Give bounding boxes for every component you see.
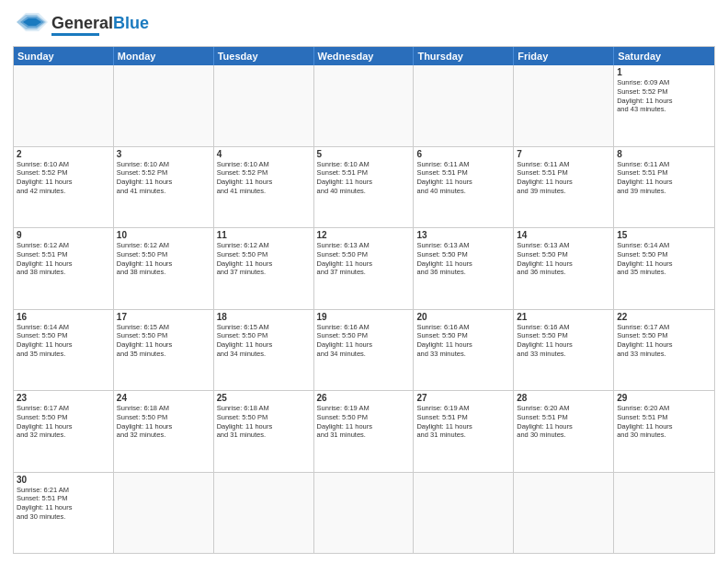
day-info: Sunrise: 6:17 AM Sunset: 5:50 PM Dayligh… (17, 404, 110, 440)
day-info: Sunrise: 6:19 AM Sunset: 5:50 PM Dayligh… (317, 404, 411, 440)
header-day-friday: Friday (514, 47, 614, 65)
header-day-wednesday: Wednesday (314, 47, 415, 65)
day-number: 26 (317, 393, 411, 403)
day-info: Sunrise: 6:12 AM Sunset: 5:51 PM Dayligh… (17, 241, 110, 277)
day-info: Sunrise: 6:16 AM Sunset: 5:50 PM Dayligh… (317, 323, 411, 359)
calendar-cell: 24Sunrise: 6:18 AM Sunset: 5:50 PM Dayli… (114, 391, 214, 472)
day-number: 29 (617, 393, 711, 403)
calendar-week-0: 1Sunrise: 6:09 AM Sunset: 5:52 PM Daylig… (14, 65, 714, 146)
calendar-cell: 20Sunrise: 6:16 AM Sunset: 5:50 PM Dayli… (414, 310, 514, 391)
day-number: 9 (17, 230, 110, 240)
calendar-cell: 10Sunrise: 6:12 AM Sunset: 5:50 PM Dayli… (114, 228, 214, 309)
calendar-cell: 29Sunrise: 6:20 AM Sunset: 5:51 PM Dayli… (614, 391, 714, 472)
calendar-cell (614, 473, 714, 554)
calendar-cell: 16Sunrise: 6:14 AM Sunset: 5:50 PM Dayli… (14, 310, 114, 391)
calendar-week-5: 30Sunrise: 6:21 AM Sunset: 5:51 PM Dayli… (14, 472, 714, 554)
day-info: Sunrise: 6:10 AM Sunset: 5:51 PM Dayligh… (317, 160, 411, 196)
day-info: Sunrise: 6:14 AM Sunset: 5:50 PM Dayligh… (17, 323, 110, 359)
calendar-cell: 9Sunrise: 6:12 AM Sunset: 5:51 PM Daylig… (14, 228, 114, 309)
day-number: 21 (517, 312, 610, 322)
calendar-cell: 7Sunrise: 6:11 AM Sunset: 5:51 PM Daylig… (514, 147, 614, 228)
calendar-cell: 13Sunrise: 6:13 AM Sunset: 5:50 PM Dayli… (414, 228, 514, 309)
calendar-header: SundayMondayTuesdayWednesdayThursdayFrid… (14, 47, 714, 65)
day-number: 19 (317, 312, 411, 322)
day-number: 1 (617, 67, 711, 77)
day-number: 4 (217, 149, 311, 159)
day-info: Sunrise: 6:19 AM Sunset: 5:51 PM Dayligh… (416, 404, 510, 440)
calendar-cell: 22Sunrise: 6:17 AM Sunset: 5:50 PM Dayli… (614, 310, 714, 391)
calendar-cell: 4Sunrise: 6:10 AM Sunset: 5:52 PM Daylig… (214, 147, 314, 228)
day-info: Sunrise: 6:11 AM Sunset: 5:51 PM Dayligh… (416, 160, 510, 196)
day-number: 5 (317, 149, 411, 159)
day-info: Sunrise: 6:15 AM Sunset: 5:50 PM Dayligh… (117, 323, 210, 359)
day-number: 28 (517, 393, 610, 403)
calendar-cell: 14Sunrise: 6:13 AM Sunset: 5:50 PM Dayli… (514, 228, 614, 309)
calendar-cell: 3Sunrise: 6:10 AM Sunset: 5:52 PM Daylig… (114, 147, 214, 228)
day-info: Sunrise: 6:11 AM Sunset: 5:51 PM Dayligh… (617, 160, 711, 196)
calendar-cell (514, 65, 614, 146)
calendar-cell (214, 473, 314, 554)
calendar-cell: 30Sunrise: 6:21 AM Sunset: 5:51 PM Dayli… (14, 473, 114, 554)
day-info: Sunrise: 6:16 AM Sunset: 5:50 PM Dayligh… (416, 323, 510, 359)
header-day-thursday: Thursday (414, 47, 514, 65)
calendar-cell: 11Sunrise: 6:12 AM Sunset: 5:50 PM Dayli… (214, 228, 314, 309)
day-number: 16 (17, 312, 110, 322)
calendar-cell: 25Sunrise: 6:18 AM Sunset: 5:50 PM Dayli… (214, 391, 314, 472)
page: GeneralBlue SundayMondayTuesdayWednesday… (0, 0, 728, 563)
day-info: Sunrise: 6:17 AM Sunset: 5:50 PM Dayligh… (617, 323, 711, 359)
day-info: Sunrise: 6:11 AM Sunset: 5:51 PM Dayligh… (517, 160, 610, 196)
day-number: 18 (217, 312, 311, 322)
calendar-cell: 21Sunrise: 6:16 AM Sunset: 5:50 PM Dayli… (514, 310, 614, 391)
calendar-week-3: 16Sunrise: 6:14 AM Sunset: 5:50 PM Dayli… (14, 309, 714, 391)
calendar-cell: 19Sunrise: 6:16 AM Sunset: 5:50 PM Dayli… (314, 310, 415, 391)
day-number: 23 (17, 393, 110, 403)
day-info: Sunrise: 6:18 AM Sunset: 5:50 PM Dayligh… (217, 404, 311, 440)
day-info: Sunrise: 6:13 AM Sunset: 5:50 PM Dayligh… (517, 241, 610, 277)
day-info: Sunrise: 6:21 AM Sunset: 5:51 PM Dayligh… (17, 486, 110, 522)
calendar-cell: 28Sunrise: 6:20 AM Sunset: 5:51 PM Dayli… (514, 391, 614, 472)
day-number: 13 (416, 230, 510, 240)
header-day-monday: Monday (114, 47, 214, 65)
calendar-cell (114, 473, 214, 554)
day-info: Sunrise: 6:16 AM Sunset: 5:50 PM Dayligh… (517, 323, 610, 359)
day-number: 6 (416, 149, 510, 159)
day-info: Sunrise: 6:14 AM Sunset: 5:50 PM Dayligh… (617, 241, 711, 277)
day-number: 7 (517, 149, 610, 159)
header-day-sunday: Sunday (14, 47, 114, 65)
day-info: Sunrise: 6:20 AM Sunset: 5:51 PM Dayligh… (617, 404, 711, 440)
calendar-cell: 6Sunrise: 6:11 AM Sunset: 5:51 PM Daylig… (414, 147, 514, 228)
calendar-cell: 17Sunrise: 6:15 AM Sunset: 5:50 PM Dayli… (114, 310, 214, 391)
calendar-cell (14, 65, 114, 146)
day-info: Sunrise: 6:18 AM Sunset: 5:50 PM Dayligh… (117, 404, 210, 440)
header-day-tuesday: Tuesday (214, 47, 314, 65)
day-number: 30 (17, 475, 110, 485)
calendar-week-2: 9Sunrise: 6:12 AM Sunset: 5:51 PM Daylig… (14, 227, 714, 309)
day-info: Sunrise: 6:10 AM Sunset: 5:52 PM Dayligh… (117, 160, 210, 196)
calendar-cell: 5Sunrise: 6:10 AM Sunset: 5:51 PM Daylig… (314, 147, 415, 228)
calendar-cell (214, 65, 314, 146)
calendar-cell (314, 65, 415, 146)
day-number: 10 (117, 230, 210, 240)
calendar-week-1: 2Sunrise: 6:10 AM Sunset: 5:52 PM Daylig… (14, 146, 714, 228)
calendar-cell (114, 65, 214, 146)
day-info: Sunrise: 6:20 AM Sunset: 5:51 PM Dayligh… (517, 404, 610, 440)
day-info: Sunrise: 6:13 AM Sunset: 5:50 PM Dayligh… (416, 241, 510, 277)
header-day-saturday: Saturday (614, 47, 714, 65)
calendar-cell (414, 65, 514, 146)
calendar-cell: 27Sunrise: 6:19 AM Sunset: 5:51 PM Dayli… (414, 391, 514, 472)
day-info: Sunrise: 6:09 AM Sunset: 5:52 PM Dayligh… (617, 78, 711, 114)
header: GeneralBlue (13, 9, 715, 40)
day-number: 17 (117, 312, 210, 322)
day-number: 3 (117, 149, 210, 159)
day-number: 11 (217, 230, 311, 240)
day-number: 15 (617, 230, 711, 240)
day-info: Sunrise: 6:15 AM Sunset: 5:50 PM Dayligh… (217, 323, 311, 359)
calendar-cell: 18Sunrise: 6:15 AM Sunset: 5:50 PM Dayli… (214, 310, 314, 391)
day-number: 12 (317, 230, 411, 240)
day-number: 25 (217, 393, 311, 403)
calendar-cell: 1Sunrise: 6:09 AM Sunset: 5:52 PM Daylig… (614, 65, 714, 146)
day-number: 14 (517, 230, 610, 240)
day-info: Sunrise: 6:12 AM Sunset: 5:50 PM Dayligh… (117, 241, 210, 277)
day-info: Sunrise: 6:10 AM Sunset: 5:52 PM Dayligh… (17, 160, 110, 196)
calendar-cell: 2Sunrise: 6:10 AM Sunset: 5:52 PM Daylig… (14, 147, 114, 228)
